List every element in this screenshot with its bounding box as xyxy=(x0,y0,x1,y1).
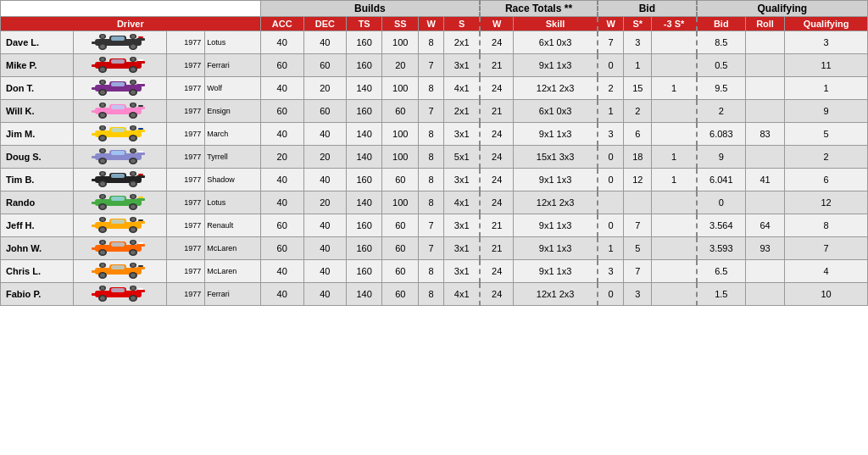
race-w-value: 24 xyxy=(480,283,514,306)
builds-w-value: 8 xyxy=(419,31,444,54)
table-row: Jeff H. 1977Renault60401606073x1219x1 1x… xyxy=(1,214,868,237)
svg-point-9 xyxy=(131,45,136,49)
race-w-value: 24 xyxy=(480,169,514,191)
car-year: 1977 xyxy=(167,237,205,260)
table-row: Will K. 1977Ensign60601606072x1216x1 0x3… xyxy=(1,100,868,123)
bid-value: 6.041 xyxy=(697,169,746,191)
svg-rect-128 xyxy=(111,242,125,247)
svg-point-41 xyxy=(131,80,136,84)
car-team: Ferrari xyxy=(205,283,260,306)
svg-point-11 xyxy=(101,35,105,38)
roll-value: 83 xyxy=(745,123,784,146)
builds-s-value: 3x1 xyxy=(444,237,480,260)
svg-rect-101 xyxy=(92,202,100,204)
builds-s-value: 2x1 xyxy=(444,100,480,123)
dec-value: 40 xyxy=(303,214,346,237)
ss-value: 60 xyxy=(382,283,419,306)
qualifying-value: 9 xyxy=(785,100,868,123)
s-star-value xyxy=(624,191,652,214)
bid-value: 9.5 xyxy=(697,77,746,100)
svg-point-83 xyxy=(131,149,136,153)
driver-name: Doug S. xyxy=(1,146,74,169)
ts-value: 160 xyxy=(346,31,382,54)
svg-point-67 xyxy=(101,126,105,130)
table-row: Chris L. 1977McLaren40401606083x1249x1 1… xyxy=(1,260,868,283)
race-w-value: 24 xyxy=(480,77,514,100)
builds-s-value: 4x1 xyxy=(444,77,480,100)
bid-value: 9 xyxy=(697,146,746,169)
car-image xyxy=(73,283,166,306)
roll-value xyxy=(745,146,784,169)
s-star-value: 3 xyxy=(624,31,652,54)
svg-rect-89 xyxy=(138,174,143,175)
s-star-value: 5 xyxy=(624,237,652,260)
col-header-row: Driver ACC DEC TS SS W S W Skill W S* -3… xyxy=(1,17,868,31)
svg-rect-117 xyxy=(138,219,143,221)
driver-name: Jeff H. xyxy=(1,214,74,237)
s-star-value: 7 xyxy=(624,214,652,237)
s-star-value: 7 xyxy=(624,260,652,283)
car-team: Wolf xyxy=(205,77,260,100)
driver-name: Don T. xyxy=(1,77,74,100)
svg-point-135 xyxy=(131,251,136,255)
ts-value: 140 xyxy=(346,77,382,100)
car-image xyxy=(73,260,166,283)
svg-point-123 xyxy=(101,218,105,221)
builds-s-value: 4x1 xyxy=(444,283,480,306)
bid-value: 6.5 xyxy=(697,260,746,283)
svg-point-133 xyxy=(100,251,105,255)
builds-w-value: 8 xyxy=(419,77,444,100)
dec-value: 20 xyxy=(303,191,346,214)
dec-col-header: DEC xyxy=(303,17,346,31)
svg-point-81 xyxy=(101,149,105,153)
svg-rect-159 xyxy=(138,288,143,290)
driver-section-header xyxy=(1,1,261,17)
ss-value: 100 xyxy=(382,191,419,214)
race-w-col-header: W xyxy=(480,17,514,31)
builds-w-value: 8 xyxy=(419,191,444,214)
bid-w-value xyxy=(598,191,624,214)
neg3-s-star-col-header: -3 S* xyxy=(652,17,697,31)
svg-point-153 xyxy=(131,264,136,267)
s-star-col-header: S* xyxy=(624,17,652,31)
acc-col-header: ACC xyxy=(260,17,303,31)
s-star-value: 12 xyxy=(624,169,652,191)
acc-value: 60 xyxy=(260,100,303,123)
car-image xyxy=(73,237,166,260)
ss-value: 60 xyxy=(382,100,419,123)
svg-rect-19 xyxy=(138,59,143,61)
bid-w-value: 0 xyxy=(598,214,624,237)
dec-value: 20 xyxy=(303,146,346,169)
driver-name: John W. xyxy=(1,237,74,260)
svg-point-63 xyxy=(100,136,105,141)
ts-value: 160 xyxy=(346,260,382,283)
svg-point-27 xyxy=(131,58,136,61)
car-image xyxy=(73,214,166,237)
svg-point-105 xyxy=(100,205,105,209)
svg-point-93 xyxy=(131,182,136,186)
ts-value: 160 xyxy=(346,237,382,260)
neg3-s-star-value: 1 xyxy=(652,77,697,100)
car-image xyxy=(73,54,166,77)
dec-value: 40 xyxy=(303,260,346,283)
svg-rect-145 xyxy=(138,265,143,267)
svg-point-37 xyxy=(131,91,136,95)
ts-value: 140 xyxy=(346,283,382,306)
driver-name: Fabio P. xyxy=(1,283,74,306)
svg-rect-58 xyxy=(111,128,125,132)
svg-rect-18 xyxy=(136,61,145,64)
builds-s-value: 2x1 xyxy=(444,31,480,54)
race-w-value: 24 xyxy=(480,260,514,283)
builds-w-value: 7 xyxy=(419,54,444,77)
car-image xyxy=(73,77,166,100)
svg-point-107 xyxy=(131,205,136,209)
race-section-header: Race Totals ** xyxy=(480,1,598,17)
bid-value: 0.5 xyxy=(697,54,746,77)
skill-value: 9x1 1x3 xyxy=(514,237,598,260)
acc-value: 40 xyxy=(260,283,303,306)
svg-rect-3 xyxy=(92,42,100,44)
bid-w-value: 3 xyxy=(598,123,624,146)
skill-value: 9x1 1x3 xyxy=(514,123,598,146)
svg-rect-30 xyxy=(111,82,125,86)
svg-rect-75 xyxy=(138,151,143,153)
